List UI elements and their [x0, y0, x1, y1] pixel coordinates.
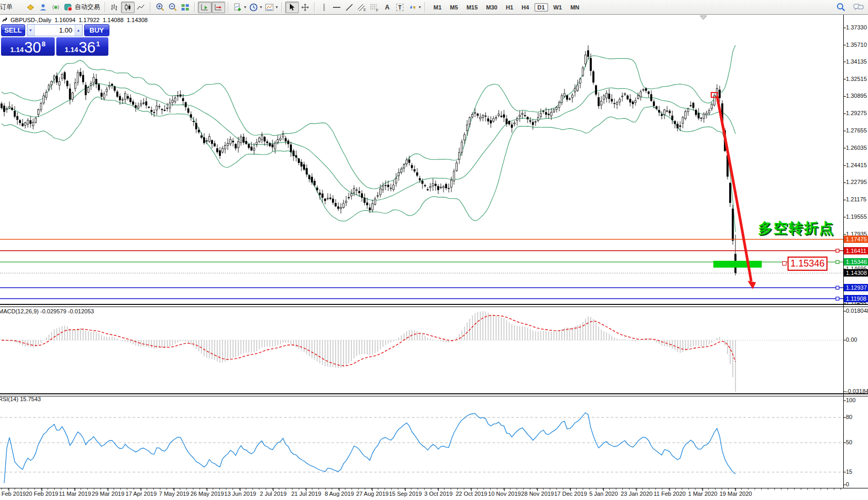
candle	[190, 115, 192, 117]
candle	[709, 110, 710, 113]
candle	[317, 188, 318, 190]
candle	[617, 103, 618, 105]
sell-button[interactable]: SELL	[1, 24, 25, 36]
volume-increase-button[interactable]: ▲	[75, 25, 82, 36]
candle	[75, 83, 76, 89]
candle	[485, 116, 487, 116]
candle	[185, 103, 187, 107]
chart-shift-marker[interactable]	[700, 16, 706, 19]
candle	[169, 103, 171, 108]
price-tag-anchor-handle[interactable]	[782, 261, 786, 266]
chart-area[interactable]: GBPUSD-,Daily 1.16094 1.17922 1.14088 1.…	[0, 15, 868, 500]
candle	[343, 203, 345, 208]
line-endpoint-handle[interactable]	[836, 249, 839, 252]
candle	[159, 106, 160, 107]
buy-price-big: 36	[78, 39, 95, 55]
candle	[204, 138, 205, 143]
candle	[90, 84, 92, 86]
date-axis-label: Feb 2019	[2, 491, 26, 497]
candle	[12, 108, 13, 109]
candle	[30, 120, 32, 124]
candle	[188, 109, 189, 113]
bollinger-middle-band[interactable]	[2, 84, 735, 200]
time-axis-line[interactable]	[0, 488, 868, 488]
candle	[572, 95, 573, 98]
candle	[48, 85, 50, 89]
volume-decrease-button[interactable]: ▼	[27, 25, 35, 36]
price-tag-axis-label: 1.16411	[844, 247, 868, 254]
candle	[469, 118, 471, 124]
oscillator-axis-label: -0.031847	[846, 388, 868, 394]
candle	[296, 156, 297, 157]
candle	[309, 176, 310, 179]
line-endpoint-handle[interactable]	[836, 260, 839, 263]
candle	[643, 90, 644, 90]
date-axis-label: 13 Jun 2019	[224, 491, 256, 497]
candle	[574, 88, 576, 92]
candle	[677, 124, 679, 128]
candle	[340, 207, 342, 209]
red-trend-arrow[interactable]	[717, 96, 751, 281]
line-endpoint-handle[interactable]	[836, 297, 839, 300]
candle	[198, 130, 200, 132]
candle	[6, 109, 8, 110]
candle	[348, 197, 350, 198]
candle	[101, 93, 103, 97]
candle	[146, 101, 147, 105]
candle	[467, 125, 468, 130]
candle	[114, 87, 116, 90]
price-tag-axis-label: 1.15346	[844, 258, 868, 266]
candle	[80, 72, 82, 76]
candle	[443, 187, 445, 188]
price-axis-label: 1.21175	[846, 196, 866, 202]
candle	[419, 179, 421, 180]
sell-price-display[interactable]: 1.14 30 8	[1, 37, 55, 56]
candle	[332, 199, 334, 202]
candle	[17, 116, 18, 119]
line-endpoint-handle[interactable]	[836, 286, 839, 289]
candle	[306, 168, 308, 174]
candle	[77, 73, 79, 83]
date-axis-label: 23 Jan 2020	[621, 491, 653, 497]
candle	[196, 124, 197, 129]
candle	[290, 145, 292, 152]
bollinger-lower-band[interactable]	[2, 97, 735, 232]
candle	[364, 198, 366, 202]
bollinger-upper-band[interactable]	[2, 45, 735, 189]
candle	[385, 186, 387, 186]
candle	[627, 96, 629, 99]
candle	[138, 106, 139, 108]
candle	[164, 110, 166, 110]
candle	[351, 194, 352, 196]
candle	[62, 75, 63, 78]
buy-price-display[interactable]: 1.14 36 1	[56, 37, 108, 56]
date-axis-label: 1 Mar 2020	[688, 491, 718, 497]
candle	[240, 137, 242, 142]
candle	[506, 119, 508, 124]
candle	[711, 104, 713, 109]
candle	[619, 99, 621, 102]
candle	[435, 184, 437, 186]
pane-separator[interactable]	[0, 304, 868, 307]
candle	[577, 85, 579, 91]
candle	[609, 94, 610, 99]
candle	[209, 137, 210, 141]
volume-input[interactable]	[35, 25, 75, 36]
turning-point-annotation[interactable]: 多空转折点	[758, 219, 834, 238]
candle	[133, 101, 134, 104]
price-tag-label[interactable]: 1.15346	[788, 257, 827, 271]
candle	[233, 141, 234, 142]
candle	[703, 114, 705, 118]
candle	[472, 114, 473, 117]
green-highlight-rect[interactable]	[713, 261, 762, 268]
price-axis-label: 1.32515	[846, 76, 867, 82]
candle	[414, 169, 416, 171]
buy-button[interactable]: BUY	[84, 24, 109, 36]
candle	[390, 188, 392, 189]
candle	[553, 110, 555, 112]
candle	[622, 96, 623, 97]
pane-separator[interactable]	[0, 393, 868, 396]
candle	[585, 55, 587, 64]
candle	[682, 117, 684, 124]
candle	[256, 142, 258, 145]
